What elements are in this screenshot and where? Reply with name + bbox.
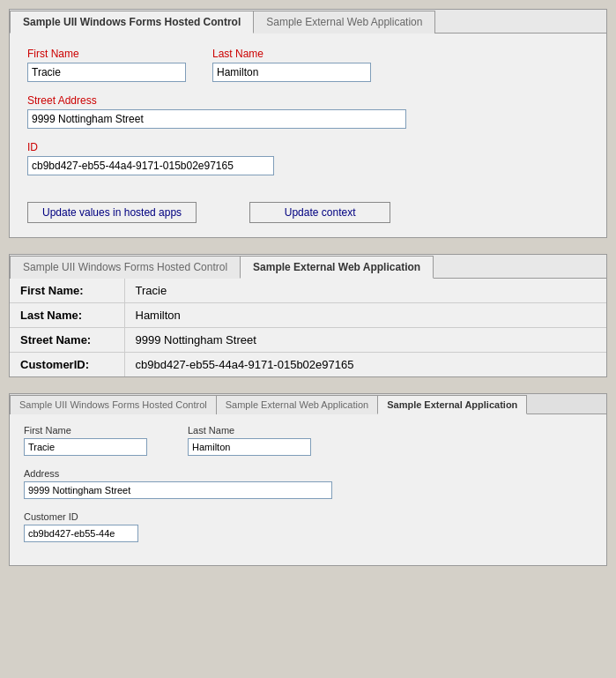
panel1-id-input[interactable] xyxy=(27,156,274,175)
panel1-street-label: Street Address xyxy=(27,94,406,107)
panel2-tab-bar: Sample UII Windows Forms Hosted Control … xyxy=(10,255,606,279)
panel-2: Sample UII Windows Forms Hosted Control … xyxy=(9,254,607,377)
row-first-name-value: Tracie xyxy=(124,279,606,303)
panel3-last-name-input[interactable] xyxy=(188,438,311,456)
panel1-tab-bar: Sample UII Windows Forms Hosted Control … xyxy=(10,10,606,34)
panel3-last-name-group: Last Name xyxy=(188,425,311,456)
panel1-id-group: ID xyxy=(27,141,274,175)
panel1-last-name-input[interactable] xyxy=(212,63,371,82)
row-last-name-value: Hamilton xyxy=(124,303,606,328)
panel1-content: First Name Last Name Street Address ID U… xyxy=(10,34,606,237)
panel1-id-row: ID xyxy=(27,141,589,175)
row-customerid-label: CustomerID: xyxy=(10,353,124,377)
panel1-first-name-group: First Name xyxy=(27,48,186,82)
panel3-first-name-label: First Name xyxy=(24,425,147,436)
panel3-tab-external-web[interactable]: Sample External Web Application xyxy=(216,395,378,414)
panel2-content: First Name: Tracie Last Name: Hamilton S… xyxy=(10,279,606,376)
panel3-custid-input[interactable] xyxy=(24,525,138,542)
row-customerid-value: cb9bd427-eb55-44a4-9171-015b02e97165 xyxy=(124,353,606,377)
panel2-table: First Name: Tracie Last Name: Hamilton S… xyxy=(10,279,606,376)
panel2-tab-uii[interactable]: Sample UII Windows Forms Hosted Control xyxy=(10,256,241,279)
table-row: Last Name: Hamilton xyxy=(10,303,606,328)
table-row: Street Name: 9999 Nottingham Street xyxy=(10,328,606,353)
panel3-tab-external-app[interactable]: Sample External Application xyxy=(377,395,527,414)
row-last-name-label: Last Name: xyxy=(10,303,124,328)
update-hosted-button[interactable]: Update values in hosted apps xyxy=(27,202,197,223)
panel1-button-row: Update values in hosted apps Update cont… xyxy=(27,193,589,223)
panel3-first-name-input[interactable] xyxy=(24,438,147,456)
panel3-address-input[interactable] xyxy=(24,481,332,499)
panel3-last-name-label: Last Name xyxy=(188,425,311,436)
panel-3: Sample UII Windows Forms Hosted Control … xyxy=(9,393,607,566)
panel3-tab-bar: Sample UII Windows Forms Hosted Control … xyxy=(10,394,606,414)
panel1-last-name-label: Last Name xyxy=(212,48,371,60)
panel1-street-group: Street Address xyxy=(27,94,406,129)
table-row: First Name: Tracie xyxy=(10,279,606,303)
row-street-value: 9999 Nottingham Street xyxy=(124,328,606,353)
table-row: CustomerID: cb9bd427-eb55-44a4-9171-015b… xyxy=(10,353,606,377)
panel3-name-row: First Name Last Name xyxy=(24,425,592,456)
panel3-first-name-group: First Name xyxy=(24,425,147,456)
row-street-label: Street Name: xyxy=(10,328,124,353)
panel3-custid-row: Customer ID xyxy=(24,511,592,542)
panel1-last-name-group: Last Name xyxy=(212,48,371,82)
panel3-custid-label: Customer ID xyxy=(24,511,138,522)
panel1-id-label: ID xyxy=(27,141,274,153)
panel-1: Sample UII Windows Forms Hosted Control … xyxy=(9,9,607,238)
panel1-first-name-input[interactable] xyxy=(27,63,186,82)
panel3-tab-uii[interactable]: Sample UII Windows Forms Hosted Control xyxy=(10,395,217,414)
panel3-custid-group: Customer ID xyxy=(24,511,138,542)
panel2-tab-external-web[interactable]: Sample External Web Application xyxy=(240,256,434,279)
panel1-first-name-label: First Name xyxy=(27,48,186,60)
panel3-address-row: Address xyxy=(24,468,592,499)
panel3-address-label: Address xyxy=(24,468,332,479)
panel1-street-row: Street Address xyxy=(27,94,589,129)
panel1-tab-external-web[interactable]: Sample External Web Application xyxy=(253,11,435,34)
panel3-address-group: Address xyxy=(24,468,332,499)
update-context-button[interactable]: Update context xyxy=(249,202,390,223)
panel1-street-input[interactable] xyxy=(27,109,406,129)
panel1-name-row: First Name Last Name xyxy=(27,48,589,82)
panel1-tab-uii[interactable]: Sample UII Windows Forms Hosted Control xyxy=(10,11,254,34)
row-first-name-label: First Name: xyxy=(10,279,124,303)
panel3-content: First Name Last Name Address Customer ID xyxy=(10,414,606,565)
